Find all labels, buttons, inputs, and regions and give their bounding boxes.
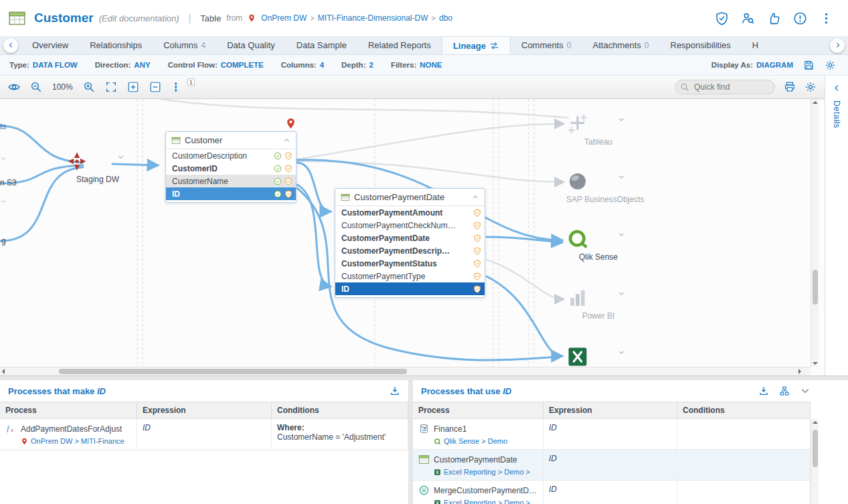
node-sap-businessobjects[interactable]: SAP BusinessObjects	[566, 170, 630, 204]
breadcrumb-link-schema[interactable]: dbo	[439, 13, 452, 23]
chevron-up-icon[interactable]	[472, 193, 479, 201]
node-staging-dw[interactable]: Staging DW	[66, 150, 130, 184]
process-path[interactable]: OnPrem DW > MITI-Finance	[21, 437, 131, 445]
expand-all-icon[interactable]	[127, 81, 139, 93]
tab-attachments[interactable]: Attachments0	[582, 36, 660, 54]
meta-type[interactable]: Type:DATA FLOW	[9, 61, 78, 69]
cut-node-label[interactable]: g	[1, 236, 6, 246]
vertical-scrollbar-thumb[interactable]	[813, 270, 818, 305]
node-header-customer[interactable]: Customer	[166, 132, 296, 149]
column-row-customerid[interactable]: CustomerID	[166, 162, 296, 175]
zoom-in-icon[interactable]	[83, 81, 95, 93]
chevron-down-icon[interactable]	[0, 155, 7, 162]
lineage-canvas[interactable]: ts n S3 g Staging DW Customer	[0, 99, 825, 375]
node-tableau[interactable]: Tableau	[566, 112, 630, 147]
breadcrumb-link-system[interactable]: OnPrem DW	[261, 13, 307, 23]
column-row-paymentchecknum[interactable]: CustomerPaymentCheckNum…	[335, 219, 485, 232]
node-power-bi[interactable]: Power BI	[566, 286, 630, 321]
tab-lineage[interactable]: Lineage	[442, 36, 511, 54]
more-menu-icon[interactable]	[819, 11, 833, 25]
column-row-paymentdate[interactable]: CustomerPaymentDate	[335, 232, 485, 244]
chevron-up-icon[interactable]	[283, 137, 290, 144]
process-name[interactable]: Finance1	[434, 424, 467, 434]
canvas-vertical-scrollbar[interactable]	[811, 99, 819, 367]
node-qlik-sense[interactable]: Qlik Sense	[566, 228, 630, 262]
print-icon[interactable]	[784, 81, 796, 93]
tab-overview[interactable]: Overview	[21, 36, 79, 54]
process-path[interactable]: Excel Reporting > Demo >	[434, 499, 537, 504]
tab-responsibilities[interactable]: Responsibilities	[660, 36, 742, 54]
tabs-scroll-left-button[interactable]	[3, 38, 18, 53]
table-row[interactable]: Finance1 Qlik Sense > Demo ID	[413, 419, 811, 450]
display-as-value[interactable]: DIAGRAM	[756, 61, 793, 69]
tab-history-cut[interactable]: H	[742, 36, 769, 54]
column-row-paymentstatus[interactable]: CustomerPaymentStatus	[335, 257, 485, 270]
process-name[interactable]: AddPaymentDatesForAdjust	[21, 424, 122, 434]
chevron-down-icon[interactable]	[618, 349, 625, 356]
chevron-down-icon[interactable]	[117, 153, 124, 161]
vertical-scrollbar-thumb[interactable]	[813, 430, 818, 467]
visibility-eye-icon[interactable]	[8, 81, 20, 93]
level-selector-icon[interactable]	[171, 81, 183, 93]
download-icon[interactable]	[390, 386, 400, 396]
chevron-down-icon[interactable]	[618, 173, 625, 181]
diagram-settings-gear-icon[interactable]	[804, 81, 817, 93]
process-name[interactable]: CustomerPaymentDate	[434, 455, 517, 465]
tab-comments[interactable]: Comments0	[511, 36, 582, 54]
table-row[interactable]: MergeCustomerPaymentD… Excel Reporting >…	[413, 481, 811, 504]
collapse-all-icon[interactable]	[149, 81, 161, 93]
meta-filters[interactable]: Filters:NONE	[391, 61, 442, 69]
scroll-up-arrow[interactable]	[813, 421, 818, 424]
steward-search-icon[interactable]	[741, 11, 755, 25]
node-header-customerpaymentdate[interactable]: CustomerPaymentDate	[335, 189, 485, 206]
column-row-customerdescription[interactable]: CustomerDescription	[166, 149, 296, 162]
tab-relationships[interactable]: Relationships	[79, 36, 153, 54]
horizontal-scrollbar-thumb[interactable]	[59, 369, 407, 374]
download-icon[interactable]	[758, 386, 769, 396]
meta-depth[interactable]: Depth:2	[341, 61, 373, 69]
chevron-down-icon[interactable]	[0, 198, 7, 205]
governance-shield-icon[interactable]	[715, 11, 729, 25]
meta-columns[interactable]: Columns:4	[281, 61, 324, 69]
process-path[interactable]: Excel Reporting > Demo >	[434, 468, 537, 476]
scroll-down-arrow[interactable]	[813, 362, 818, 365]
quick-find-input[interactable]	[675, 80, 775, 94]
tabs-scroll-right-button[interactable]	[830, 38, 845, 53]
edit-documentation-link[interactable]: (Edit documentation)	[99, 13, 179, 23]
cut-node-label[interactable]: ts	[0, 122, 6, 131]
cut-node-label[interactable]: n S3	[0, 178, 17, 187]
column-row-id-selected[interactable]: ID	[166, 187, 296, 200]
tab-columns[interactable]: Columns4	[153, 36, 216, 54]
column-row-id-selected[interactable]: ID	[335, 282, 485, 295]
table-row[interactable]: CustomerPaymentDate Excel Reporting > De…	[413, 450, 811, 481]
expand-details-chevron-icon[interactable]	[833, 84, 841, 92]
collapse-panel-chevron-icon[interactable]	[800, 386, 811, 396]
zoom-out-icon[interactable]	[30, 81, 42, 93]
node-customer-table[interactable]: Customer CustomerDescription CustomerID	[165, 131, 296, 203]
node-customerpaymentdate-table[interactable]: CustomerPaymentDate CustomerPaymentAmoun…	[335, 188, 485, 298]
thumbs-up-icon[interactable]	[767, 11, 781, 25]
table-row[interactable]: AddPaymentDatesForAdjust OnPrem DW > MIT…	[0, 419, 408, 450]
meta-direction[interactable]: Direction:ANY	[95, 61, 151, 69]
chevron-down-icon[interactable]	[618, 116, 625, 123]
panel-vertical-scrollbar[interactable]	[811, 419, 819, 504]
canvas-horizontal-scrollbar[interactable]	[0, 367, 811, 375]
tree-view-icon[interactable]	[779, 386, 790, 396]
process-path[interactable]: Qlik Sense > Demo	[434, 437, 537, 445]
breadcrumb-link-model[interactable]: MITI-Finance-Dimensional-DW	[318, 13, 428, 23]
settings-gear-icon[interactable]	[825, 60, 836, 71]
alert-icon[interactable]	[793, 11, 807, 25]
chevron-down-icon[interactable]	[618, 290, 625, 297]
column-row-paymentdescription[interactable]: CustomerPaymentDescrip…	[335, 244, 485, 257]
save-icon[interactable]	[803, 60, 815, 71]
column-row-paymenttype[interactable]: CustomerPaymentType	[335, 270, 485, 282]
details-panel-toggle[interactable]: Details	[825, 76, 848, 375]
tab-related-reports[interactable]: Related Reports	[357, 36, 442, 54]
tab-data-sample[interactable]: Data Sample	[286, 36, 357, 54]
process-name[interactable]: MergeCustomerPaymentD…	[434, 486, 537, 495]
scroll-left-arrow[interactable]	[2, 369, 5, 374]
column-row-paymentamount[interactable]: CustomerPaymentAmount	[335, 206, 485, 219]
tab-data-quality[interactable]: Data Quality	[216, 36, 286, 54]
scroll-right-arrow[interactable]	[798, 369, 801, 374]
scroll-up-arrow[interactable]	[813, 101, 818, 104]
